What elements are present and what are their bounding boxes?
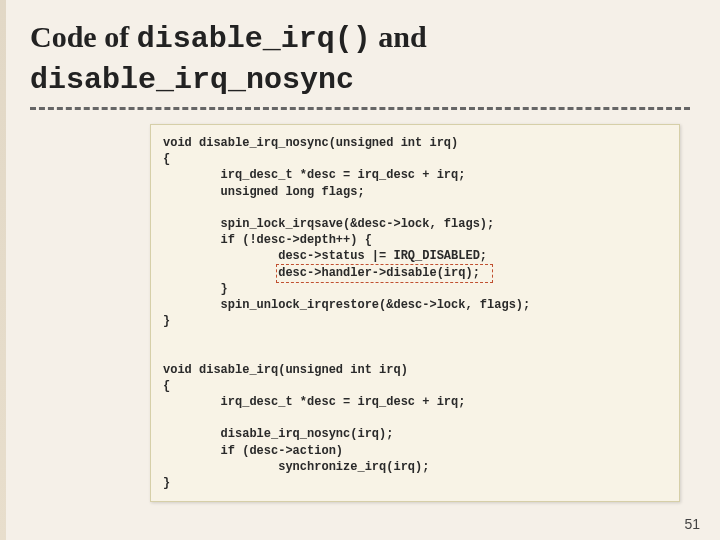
- title-prefix: Code of: [30, 20, 137, 53]
- slide-title: Code of disable_irq() and disable_irq_no…: [30, 18, 690, 99]
- title-mid: and: [371, 20, 427, 53]
- code-text: void disable_irq_nosync(unsigned int irq…: [163, 136, 530, 490]
- code-block: void disable_irq_nosync(unsigned int irq…: [150, 124, 680, 502]
- title-mono-1: disable_irq(): [137, 22, 371, 56]
- title-mono-2: disable_irq_nosync: [30, 63, 354, 97]
- page-number: 51: [684, 516, 700, 532]
- title-divider: [30, 107, 690, 110]
- side-accent: [0, 0, 6, 540]
- slide: Code of disable_irq() and disable_irq_no…: [0, 0, 720, 540]
